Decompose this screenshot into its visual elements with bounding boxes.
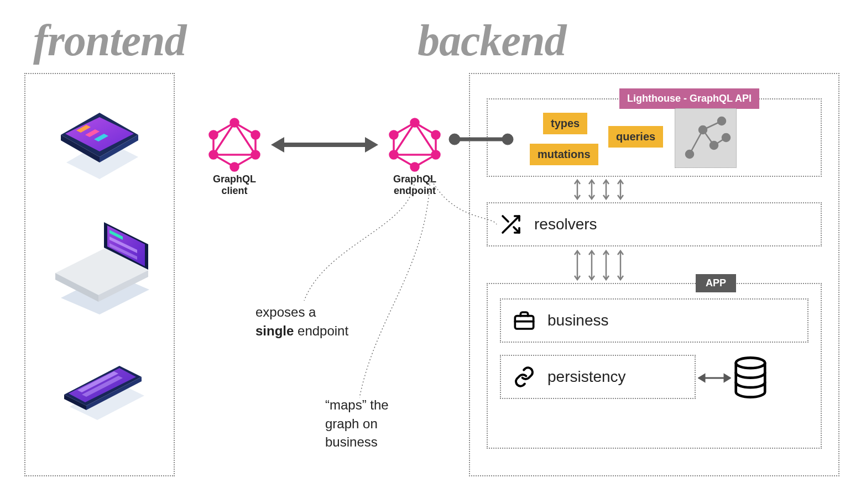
svg-point-28 bbox=[718, 117, 726, 125]
svg-point-59 bbox=[432, 151, 440, 159]
link-icon bbox=[513, 366, 535, 388]
briefcase-icon bbox=[513, 309, 535, 332]
graphql-endpoint-icon bbox=[387, 117, 442, 172]
business-label: business bbox=[547, 312, 609, 329]
svg-point-26 bbox=[699, 126, 707, 134]
caption-maps-line3: business bbox=[325, 434, 378, 449]
svg-rect-63 bbox=[281, 143, 368, 147]
schema-graph-box bbox=[675, 108, 737, 168]
svg-marker-45 bbox=[724, 375, 730, 381]
mutations-pill: mutations bbox=[530, 144, 598, 165]
arrows-lighthouse-resolvers bbox=[572, 177, 633, 202]
resolvers-icon bbox=[500, 213, 522, 235]
resolvers-box: resolvers bbox=[487, 202, 822, 246]
frontend-title: frontend bbox=[33, 15, 186, 66]
arrow-persistency-db bbox=[698, 371, 731, 385]
svg-point-62 bbox=[390, 131, 398, 139]
svg-point-52 bbox=[231, 163, 238, 171]
svg-point-49 bbox=[231, 119, 238, 127]
caption-exposes-line1: exposes a bbox=[255, 305, 316, 319]
backend-title: backend bbox=[418, 15, 566, 66]
persistency-box: persistency bbox=[500, 355, 696, 399]
svg-marker-65 bbox=[365, 137, 378, 153]
svg-point-68 bbox=[502, 134, 513, 145]
arrows-resolvers-app bbox=[572, 248, 633, 283]
business-box: business bbox=[500, 298, 808, 343]
caption-maps-line2: graph on bbox=[325, 416, 378, 431]
tablet-icon bbox=[44, 96, 155, 179]
types-pill: types bbox=[543, 113, 587, 134]
graphql-client-label: GraphQL client bbox=[196, 174, 273, 197]
arrow-client-endpoint bbox=[271, 135, 378, 155]
connector-maps bbox=[359, 177, 503, 409]
svg-point-60 bbox=[411, 163, 419, 171]
persistency-label: persistency bbox=[547, 368, 626, 386]
phone-icon bbox=[48, 345, 158, 433]
resolvers-label: resolvers bbox=[534, 216, 597, 233]
laptop-icon bbox=[39, 218, 160, 317]
svg-rect-67 bbox=[458, 138, 504, 141]
database-icon bbox=[731, 354, 770, 401]
svg-point-54 bbox=[210, 131, 217, 139]
svg-point-27 bbox=[710, 141, 718, 149]
svg-point-61 bbox=[390, 151, 398, 159]
svg-point-29 bbox=[722, 134, 730, 141]
queries-pill: queries bbox=[608, 126, 663, 148]
svg-point-53 bbox=[210, 151, 217, 159]
svg-point-57 bbox=[411, 119, 419, 127]
svg-point-58 bbox=[432, 131, 440, 139]
caption-exposes: exposes a single endpoint bbox=[255, 303, 348, 340]
caption-endpoint-suffix: endpoint bbox=[294, 323, 348, 338]
svg-point-46 bbox=[736, 358, 765, 368]
graphql-client-icon bbox=[207, 117, 262, 172]
svg-line-36 bbox=[503, 216, 508, 222]
svg-marker-64 bbox=[271, 137, 284, 153]
caption-maps: “maps” the graph on business bbox=[325, 396, 389, 452]
svg-point-51 bbox=[252, 151, 259, 159]
caption-maps-line1: “maps” the bbox=[325, 397, 389, 412]
schema-graph-icon bbox=[675, 109, 737, 169]
lighthouse-badge: Lighthouse - GraphQL API bbox=[619, 88, 759, 109]
app-badge: APP bbox=[696, 274, 736, 292]
svg-point-50 bbox=[252, 131, 259, 139]
frontend-box bbox=[24, 73, 175, 476]
caption-single-word: single bbox=[255, 323, 294, 338]
svg-marker-44 bbox=[699, 375, 705, 381]
svg-point-25 bbox=[686, 150, 693, 158]
connector-endpoint-backend bbox=[448, 132, 514, 147]
